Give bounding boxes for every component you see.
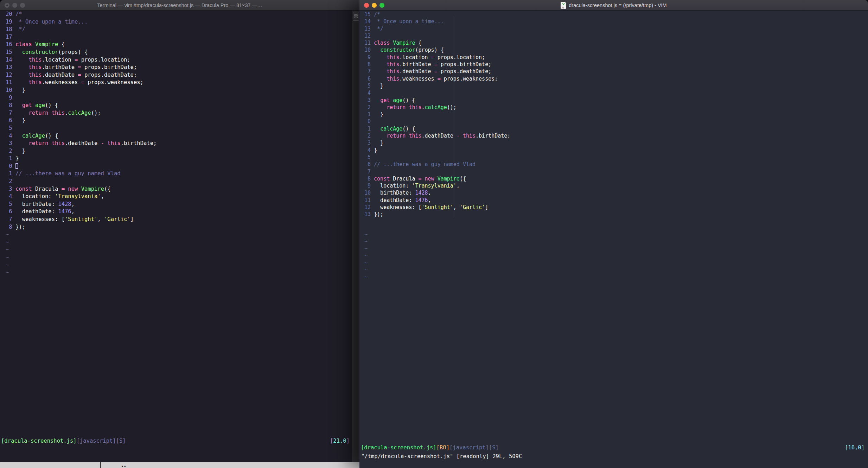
close-button[interactable] [5, 3, 9, 8]
code-text: this.birthDate = props.birthDate; [374, 61, 491, 68]
code-line: 4 location: 'Transylvania', [6, 193, 348, 201]
code-line: 5 [364, 154, 860, 161]
code-text: calcAge() { [15, 132, 58, 140]
code-line: 4 [364, 89, 860, 96]
code-text: return this.deathDate - this.birthDate; [15, 140, 157, 147]
split-pane-button[interactable] [353, 12, 359, 21]
line-number: 2 [6, 178, 12, 185]
code-line: 7 weaknesses: ['Sunlight', 'Garlic'] [6, 216, 348, 223]
traffic-lights [5, 3, 25, 8]
vim-statusline: [dracula-screenshot.js][RO][javascript][… [361, 444, 864, 451]
minimize-button[interactable] [372, 3, 377, 8]
code-line: 2 return this.calcAge(); [364, 104, 860, 111]
code-line: 9 [6, 94, 348, 102]
window-title: JSdracula-screenshot.js = (/private/tmp)… [561, 2, 666, 9]
line-number: 7 [364, 68, 371, 75]
line-number: 8 [364, 175, 371, 182]
vim-buffer[interactable]: 15/*14 * Once upon a time...13 */1211cla… [364, 11, 860, 281]
close-button[interactable] [364, 3, 369, 8]
code-text: this.weaknesses = props.weaknesses; [374, 75, 498, 82]
line-number: 5 [364, 154, 371, 161]
code-line: 4} [364, 147, 860, 154]
minimize-button[interactable] [12, 3, 17, 8]
code-text: * Once upon a time... [374, 18, 444, 25]
line-number: 8 [6, 102, 12, 109]
code-line: 8 get age() { [6, 102, 348, 109]
code-line: 8const Dracula = new Vampire({ [364, 175, 860, 182]
line-number: 12 [6, 71, 12, 79]
line-number: 9 [6, 94, 12, 102]
code-text: birthDate: 1428, [15, 201, 75, 208]
zoom-button[interactable] [20, 3, 25, 8]
code-text: location: 'Transylvania', [374, 182, 460, 189]
code-line: 1} [6, 155, 348, 163]
code-line: 13}); [364, 211, 860, 218]
code-text: } [374, 82, 383, 89]
line-number: 2 [364, 132, 371, 139]
line-number: 8 [364, 61, 371, 68]
code-text: } [374, 111, 383, 118]
line-number: 12 [364, 204, 371, 211]
code-text: constructor(props) { [374, 46, 444, 53]
tilde-marker: ~ [6, 231, 348, 239]
line-number: 3 [6, 140, 12, 147]
code-line: 15/* [364, 11, 860, 18]
tilde-marker: ~ [364, 231, 860, 238]
macvim-titlebar[interactable]: JSdracula-screenshot.js = (/private/tmp)… [359, 0, 868, 11]
tilde-marker: ~ [364, 266, 860, 273]
code-text: } [374, 139, 383, 146]
tilde-marker: ~ [364, 252, 860, 259]
code-line: 1 calcAge() { [364, 125, 860, 132]
code-text: * Once upon a time... [15, 18, 88, 26]
code-text: const Dracula = new Vampire({ [374, 175, 466, 182]
modified-dot-icon [6, 5, 8, 6]
background-text-fragment: .. [121, 460, 127, 468]
terminal-titlebar[interactable]: Terminal — vim /tmp/dracula-screenshot.j… [0, 0, 359, 11]
tilde-marker: ~ [6, 246, 348, 254]
code-line: 5 [6, 125, 348, 132]
terminal-scrollbar[interactable] [352, 11, 359, 462]
code-text [15, 163, 18, 170]
line-number: 4 [364, 89, 371, 96]
line-number: 5 [364, 82, 371, 89]
line-number: 18 [6, 26, 12, 33]
split-pane-icon [354, 17, 358, 18]
code-line: 1// ...there was a guy named Vlad [6, 170, 348, 178]
line-number: 2 [364, 104, 371, 111]
line-number: 5 [6, 201, 12, 208]
document-icon[interactable]: JS [561, 2, 566, 9]
code-text: } [15, 87, 25, 94]
code-text: this.deathDate = props.deathDate; [374, 68, 491, 75]
line-number: 9 [364, 182, 371, 189]
code-line: 10 birthDate: 1428, [364, 189, 860, 196]
code-text: get age() { [374, 97, 415, 104]
code-text: } [15, 147, 25, 155]
line-number: 9 [364, 54, 371, 61]
line-number: 13 [364, 211, 371, 218]
code-line: 20/* [6, 11, 348, 18]
code-line: 1 } [364, 111, 860, 118]
vim-buffer[interactable]: 20/*19 * Once upon a time...18 */1716cla… [6, 11, 348, 277]
code-text: /* [374, 11, 380, 18]
code-text: // ...there was a guy named Vlad [15, 170, 121, 178]
code-line: 4 calcAge() { [6, 132, 348, 140]
line-number: 2 [6, 147, 12, 155]
code-text: class Vampire { [15, 41, 65, 49]
code-line: 2 [6, 178, 348, 185]
code-text: } [15, 155, 19, 163]
code-line: 8}); [6, 223, 348, 231]
code-text: weaknesses: ['Sunlight', 'Garlic'] [374, 204, 488, 211]
vim-cursor [15, 163, 18, 169]
line-number: 7 [6, 109, 12, 117]
code-line: 2 } [6, 147, 348, 155]
code-text: this.deathDate = props.deathDate; [15, 71, 137, 79]
line-number: 13 [364, 25, 371, 32]
code-text: deathDate: 1476, [374, 197, 431, 204]
line-number: 1 [364, 111, 371, 118]
code-line: 6// ...there was a guy named Vlad [364, 161, 860, 168]
zoom-button[interactable] [379, 3, 384, 8]
code-text: calcAge() { [374, 125, 415, 132]
code-text: */ [374, 25, 383, 32]
code-text: }); [15, 223, 25, 231]
code-line: 12 this.deathDate = props.deathDate; [6, 71, 348, 79]
